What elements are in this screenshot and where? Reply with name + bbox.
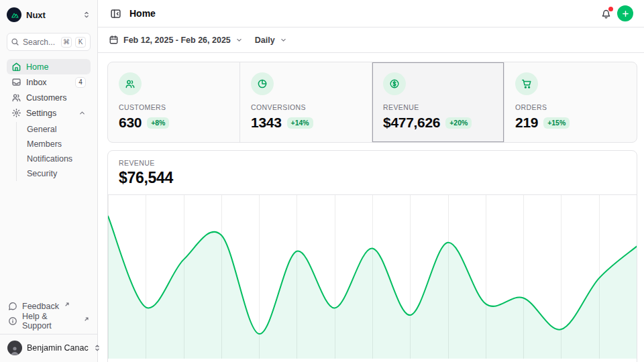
sidebar: Nuxt ⌘ K Home Inbox 4 (0, 0, 98, 362)
stat-delta-badge: +14% (287, 117, 313, 129)
stat-value: $477,626 (383, 115, 440, 131)
search-input[interactable]: ⌘ K (7, 33, 91, 51)
sidebar-item-notifications[interactable]: Notifications (24, 152, 91, 166)
search-field[interactable] (23, 38, 58, 47)
sidebar-item-general[interactable]: General (24, 122, 91, 137)
inbox-icon (11, 77, 21, 87)
search-icon (11, 38, 19, 46)
stat-value: 630 (119, 115, 142, 131)
info-circle-icon (8, 316, 17, 326)
stat-delta-badge: +20% (445, 117, 472, 129)
settings-sub-list: General Members Notifications Security (16, 122, 91, 181)
notifications-button[interactable] (599, 7, 613, 21)
sidebar-item-label: Home (26, 62, 48, 72)
stat-value: 219 (515, 115, 538, 131)
sidebar-item-security[interactable]: Security (24, 166, 91, 181)
filters-toolbar: Feb 12, 2025 - Feb 26, 2025 Daily (98, 27, 644, 53)
sidebar-item-label: Settings (26, 109, 56, 118)
sidebar-divider (0, 334, 97, 335)
help-support-link[interactable]: Help & Support (7, 314, 91, 328)
message-circle-icon (8, 302, 17, 311)
avatar (7, 341, 22, 355)
stat-label: CONVERSIONS (251, 103, 361, 111)
help-support-label: Help & Support (22, 312, 78, 330)
users-icon (119, 72, 142, 95)
stat-value: 1343 (251, 115, 282, 131)
sidebar-nav: Home Inbox 4 Customers Settings Genera (7, 59, 91, 181)
chevrons-up-down-icon (93, 344, 101, 352)
kbd-k: K (75, 37, 86, 48)
main-panel: Home Feb 12, 2025 - Feb 26, 2025 Daily (98, 0, 644, 362)
sidebar-item-label: Customers (26, 93, 66, 103)
revenue-area-chart[interactable] (108, 195, 637, 359)
revenue-chart-card: REVENUE $76,544 14 Feb16 Feb18 Feb20 Feb… (107, 150, 637, 362)
users-icon (11, 93, 21, 103)
page-title: Home (129, 8, 156, 19)
sidebar-item-settings[interactable]: Settings (7, 105, 91, 121)
stat-delta-badge: +8% (147, 117, 169, 129)
granularity-label: Daily (255, 36, 275, 45)
chart-area-fill (108, 217, 637, 359)
stat-card-customers[interactable]: CUSTOMERS 630 +8% (108, 62, 240, 142)
date-range-label: Feb 12, 2025 - Feb 26, 2025 (123, 36, 231, 45)
granularity-select[interactable]: Daily (255, 36, 287, 45)
stat-card-orders[interactable]: ORDERS 219 +15% (504, 62, 637, 142)
chart-metric-value: $76,544 (119, 169, 626, 187)
chart-x-axis: 14 Feb16 Feb18 Feb20 Feb22 Feb24 Feb (108, 359, 637, 362)
stat-card-revenue[interactable]: REVENUE $477,626 +20% (372, 62, 504, 142)
user-name: Benjamin Canac (27, 343, 89, 353)
home-icon (11, 62, 21, 72)
stat-delta-badge: +15% (543, 117, 570, 129)
stat-label: ORDERS (515, 103, 626, 111)
chevron-down-icon (280, 36, 287, 44)
calendar-icon (109, 35, 119, 45)
external-link-icon (84, 316, 89, 322)
chevrons-up-down-icon (83, 11, 91, 19)
sidebar-item-label: Inbox (26, 78, 47, 87)
dollar-circle-icon (383, 72, 406, 95)
stat-card-conversions[interactable]: CONVERSIONS 1343 +14% (240, 62, 372, 142)
panel-left-close-icon (110, 8, 121, 19)
sidebar-item-home[interactable]: Home (7, 59, 91, 74)
sidebar-item-inbox[interactable]: Inbox 4 (7, 74, 91, 90)
gear-icon (11, 108, 21, 118)
stat-label: CUSTOMERS (119, 103, 229, 111)
sidebar-footer: Feedback Help & Support Benjamin Canac (7, 299, 91, 357)
inbox-count-badge: 4 (75, 77, 86, 88)
collapse-sidebar-button[interactable] (109, 7, 123, 21)
cart-icon (515, 72, 538, 95)
external-link-icon (64, 302, 70, 307)
chart-metric-label: REVENUE (119, 159, 626, 167)
workspace-switcher[interactable]: Nuxt (7, 7, 91, 23)
add-button[interactable] (617, 5, 633, 21)
dashboard-content: CUSTOMERS 630 +8% CONVERSIONS 1343 +14% (98, 53, 644, 362)
chevron-up-icon (78, 109, 86, 117)
user-menu[interactable]: Benjamin Canac (7, 339, 91, 357)
sidebar-item-customers[interactable]: Customers (7, 90, 91, 105)
pie-chart-icon (251, 72, 274, 95)
chart-header: REVENUE $76,544 (108, 151, 637, 195)
notification-dot (608, 7, 613, 11)
chart-canvas (108, 195, 637, 359)
stats-row: CUSTOMERS 630 +8% CONVERSIONS 1343 +14% (107, 62, 637, 143)
page-header: Home (98, 0, 644, 27)
kbd-cmd: ⌘ (61, 37, 72, 48)
workspace-name: Nuxt (26, 10, 46, 20)
date-range-picker[interactable]: Feb 12, 2025 - Feb 26, 2025 (109, 35, 243, 45)
chevron-down-icon (235, 36, 243, 44)
plus-icon (621, 9, 630, 18)
sidebar-item-members[interactable]: Members (24, 137, 91, 152)
feedback-label: Feedback (22, 302, 59, 311)
nuxt-logo-icon (7, 7, 21, 22)
stat-label: REVENUE (383, 103, 493, 111)
